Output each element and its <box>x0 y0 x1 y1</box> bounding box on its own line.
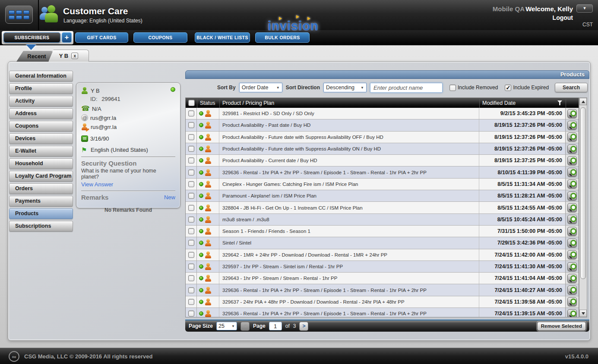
apps-menu-button[interactable] <box>5 6 33 24</box>
view-details-button[interactable] <box>567 191 577 201</box>
view-details-button[interactable] <box>567 309 577 317</box>
nav-subscribers[interactable]: SUBSCRIBERS <box>3 32 60 43</box>
active-status-icon <box>199 111 203 116</box>
view-details-button[interactable] <box>567 132 577 141</box>
new-remark-link[interactable]: New <box>164 194 175 201</box>
sidebar-item[interactable]: General Information <box>9 71 73 82</box>
row-checkbox[interactable] <box>188 181 194 187</box>
view-details-button[interactable] <box>567 274 577 283</box>
sidebar-item[interactable]: Payments <box>9 196 73 207</box>
page-number-input[interactable] <box>269 322 282 330</box>
close-tab-icon[interactable]: x <box>71 53 78 59</box>
row-checkbox[interactable] <box>188 311 194 317</box>
add-tab-button[interactable]: + <box>62 32 72 43</box>
status-cell <box>197 143 219 154</box>
select-all-checkbox[interactable] <box>188 100 195 106</box>
product-name: 329643 - 1hr PP - Stream / Stream - Rent… <box>219 273 479 284</box>
sort-by-value: Order Date <box>242 85 269 91</box>
scrollbar-down-button[interactable] <box>579 310 587 317</box>
view-answer-link[interactable]: View Answer <box>81 181 113 188</box>
row-checkbox[interactable] <box>188 275 194 281</box>
view-details-button[interactable] <box>567 156 577 165</box>
view-details-button[interactable] <box>567 262 577 271</box>
table-row: m3u8 stream / .m3u8 8/5/15 10:45:24 AM -… <box>186 214 579 226</box>
row-checkbox[interactable] <box>188 228 194 234</box>
nav-coupons[interactable]: COUPONS <box>133 32 187 43</box>
row-checkbox[interactable] <box>188 287 194 293</box>
view-details-button[interactable] <box>567 203 577 212</box>
row-checkbox[interactable] <box>188 193 194 199</box>
scrollbar-thumb[interactable] <box>580 107 586 279</box>
sidebar-item[interactable]: Activity <box>9 96 73 107</box>
sidebar-item[interactable]: Profile <box>9 83 73 94</box>
sidebar-item[interactable]: Household <box>9 158 73 169</box>
sidebar-item[interactable]: Devices <box>9 133 73 144</box>
include-expired-checkbox[interactable]: ✓ <box>505 85 511 91</box>
view-details-button[interactable] <box>567 109 577 118</box>
product-subscriber-icon <box>205 181 212 188</box>
sort-direction-select[interactable]: Descending ▼ <box>323 83 367 92</box>
product-name: 329642 - 1MR + 24hr PP - Download / Down… <box>219 249 479 260</box>
view-details-button[interactable] <box>567 215 577 224</box>
sidebar-item[interactable]: Orders <box>9 183 73 194</box>
email-icon: @ <box>81 114 88 121</box>
previous-page-button[interactable]: < <box>240 322 250 331</box>
row-checkbox[interactable] <box>188 110 194 116</box>
view-details-button[interactable] <box>567 121 577 130</box>
table-row: 329636 - Rental - 1hr PIA + 2hr PP - Str… <box>186 308 579 317</box>
sidebar-item[interactable]: E-Wallet <box>9 146 73 157</box>
sidebar-item[interactable]: Address <box>9 108 73 119</box>
status-cell <box>197 202 219 213</box>
row-checkbox[interactable] <box>188 205 194 211</box>
row-checkbox[interactable] <box>188 217 194 223</box>
nav-gift-cards[interactable]: GIFT CARDS <box>75 32 128 43</box>
view-details-button[interactable] <box>567 168 577 177</box>
table-row: 329597 - 1hr PP - Stream - Sintel ism / … <box>186 261 579 273</box>
row-checkbox[interactable] <box>188 299 194 305</box>
page-size-select[interactable]: 25 ▼ <box>216 322 237 330</box>
table-scrollbar-track[interactable] <box>579 97 587 317</box>
view-details-button[interactable] <box>567 238 577 248</box>
table-row: 328804 - JB Hi-Fi - Get On Up - 1 Instre… <box>186 202 579 213</box>
row-checkbox[interactable] <box>188 252 194 258</box>
filter-icon[interactable] <box>557 100 562 105</box>
view-details-button[interactable] <box>567 227 577 236</box>
sidebar-item[interactable]: Subscriptions <box>9 221 73 232</box>
row-checkbox[interactable] <box>188 134 194 140</box>
row-checkbox[interactable] <box>188 146 194 152</box>
next-page-button[interactable]: > <box>299 322 308 331</box>
row-checkbox[interactable] <box>188 264 194 270</box>
view-details-button[interactable] <box>567 297 577 306</box>
view-details-button[interactable] <box>567 179 577 188</box>
status-cell <box>197 237 219 248</box>
view-details-button[interactable] <box>567 144 577 154</box>
modified-date: 8/5/15 10:45:24 AM -05:00 <box>479 214 566 225</box>
product-name-input[interactable] <box>370 83 443 93</box>
product-name: Season 1 - Friends / Friends - Season 1 <box>219 226 479 237</box>
user-menu-dropdown[interactable]: ▼ <box>576 4 593 13</box>
modified-date: 7/29/15 3:42:36 PM -05:00 <box>479 237 566 248</box>
logout-link[interactable]: Logout <box>553 14 573 21</box>
sidebar-item[interactable]: Products <box>9 208 73 219</box>
remove-selected-button[interactable]: Remove Selected <box>537 322 586 331</box>
sidebar-item[interactable]: Loyalty Card Program <box>9 171 73 182</box>
sort-by-select[interactable]: Order Date ▼ <box>239 83 282 92</box>
sidebar-item[interactable]: Coupons <box>9 121 73 132</box>
row-checkbox[interactable] <box>188 169 194 176</box>
nav-black-white-lists[interactable]: BLACK / WHITE LISTS <box>195 32 250 43</box>
tab-customer-yb[interactable]: Y B x <box>48 50 89 62</box>
nav-bulk-orders[interactable]: BULK ORDERS <box>255 32 310 43</box>
row-checkbox[interactable] <box>188 157 194 163</box>
include-removed-checkbox[interactable] <box>449 85 456 91</box>
search-button[interactable]: Search <box>555 83 588 92</box>
scrollbar-up-button[interactable] <box>579 98 587 105</box>
modified-date: 7/24/15 11:41:30 AM -05:00 <box>479 261 566 272</box>
view-details-button[interactable] <box>567 286 577 295</box>
remarks-empty-message: No Remarks Found <box>81 207 175 213</box>
product-name: 329637 - 24hr PIA + 48hr PP - Download /… <box>219 296 479 308</box>
table-row: Paramount - Airplane! ism / ISM Price Pl… <box>186 190 579 202</box>
row-checkbox[interactable] <box>188 240 194 246</box>
view-details-button[interactable] <box>567 250 577 259</box>
row-checkbox[interactable] <box>188 122 194 128</box>
tab-recent[interactable]: Recent <box>16 51 53 62</box>
